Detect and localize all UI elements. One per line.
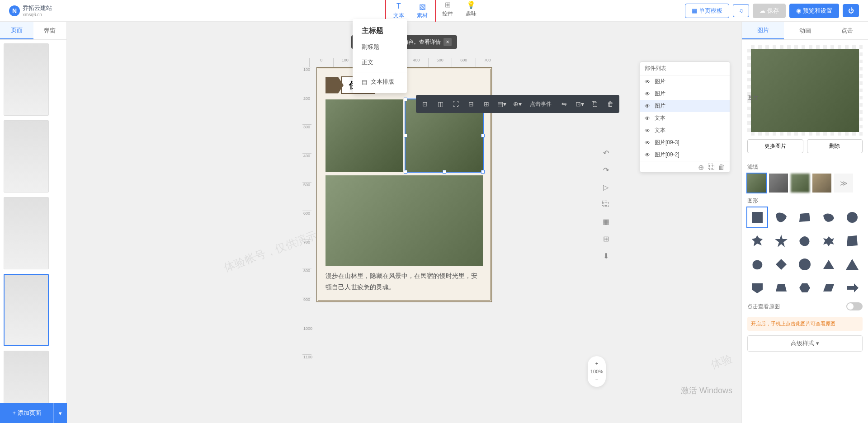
resize-handle[interactable]	[404, 134, 407, 137]
rp-tab-image[interactable]: 图片	[742, 22, 784, 39]
ft-fit-icon[interactable]: ⛶	[448, 97, 463, 111]
ft-layer-icon[interactable]: ▤▾	[495, 97, 509, 111]
delete-image-button[interactable]: 删除	[807, 139, 863, 153]
layers-icon[interactable]: ⿻	[601, 200, 610, 209]
shape-diamond[interactable]	[771, 254, 791, 274]
shape-splat2[interactable]	[771, 231, 791, 251]
shape-arrow[interactable]	[842, 278, 862, 298]
shape-trapezoid[interactable]	[771, 278, 791, 298]
add-page-button[interactable]: + 添加页面 ▾	[0, 403, 67, 423]
ft-flip-icon[interactable]: ⇋	[557, 97, 571, 111]
grid-icon[interactable]: ⊞	[601, 234, 610, 243]
shape-square[interactable]	[747, 207, 767, 227]
filter-option[interactable]	[747, 174, 766, 193]
logo[interactable]: N 乔拓云建站 xmsq6.cn	[9, 4, 52, 17]
zoom-in-icon[interactable]: +	[595, 361, 598, 366]
music-button[interactable]: ♫	[733, 4, 749, 17]
filter-option[interactable]	[791, 174, 810, 193]
eye-icon[interactable]: 👁	[645, 127, 651, 134]
cl-item[interactable]: 👁图片	[640, 75, 730, 88]
rp-tab-click[interactable]: 点击	[826, 22, 868, 39]
ft-crop-icon[interactable]: ⊡	[418, 97, 432, 111]
ft-click-event[interactable]: 点击事件	[525, 97, 556, 111]
tool-fun[interactable]: 💡 趣味	[459, 0, 483, 23]
filter-option[interactable]	[769, 174, 788, 193]
page-thumb-2[interactable]: 2	[4, 120, 63, 193]
dropdown-template[interactable]: ▤文本排版	[353, 74, 407, 89]
page-thumb-3[interactable]: 3	[4, 197, 63, 269]
shape-brush3[interactable]	[819, 207, 839, 227]
ft-copy-icon[interactable]: ⿻	[588, 97, 602, 111]
resize-handle[interactable]	[481, 170, 485, 174]
filter-option[interactable]	[812, 174, 831, 193]
filter-more-icon[interactable]: ≫	[834, 174, 853, 193]
canvas-body-text[interactable]: 漫步在山林里，隐藏在风景中，在民宿的慢时光里，安顿自己人世疲惫的灵魂。	[326, 270, 483, 293]
shape-circle2[interactable]	[795, 254, 815, 274]
resize-handle[interactable]	[404, 170, 407, 174]
ft-add-icon[interactable]: ⊕▾	[510, 97, 524, 111]
eye-icon[interactable]: 👁	[645, 91, 651, 97]
page-thumb-4[interactable]: 4 + ⿻ 🗑	[4, 274, 63, 346]
ft-crop2-icon[interactable]: ◫	[433, 97, 448, 111]
eye-icon[interactable]: 👁	[645, 152, 651, 158]
cl-item-selected[interactable]: 👁图片	[640, 100, 730, 112]
page-thumb-5[interactable]: 5	[4, 351, 63, 403]
play-icon[interactable]: ▷	[601, 183, 610, 192]
eye-icon[interactable]: 👁	[645, 140, 651, 146]
cl-item[interactable]: 👁文本	[640, 124, 730, 136]
dropdown-subheading[interactable]: 副标题	[353, 39, 407, 55]
eye-icon[interactable]: 👁	[645, 103, 651, 109]
redo-icon[interactable]: ↷	[601, 165, 610, 174]
tab-popups[interactable]: 弹窗	[33, 22, 67, 39]
cl-item[interactable]: 👁图片[09-3]	[640, 136, 730, 149]
shape-triangle2[interactable]	[842, 254, 862, 274]
film-icon[interactable]: ▦	[601, 217, 610, 226]
page-list[interactable]: 1 2 3 4 + ⿻ 🗑 5	[0, 40, 66, 403]
warning-close-icon[interactable]: ×	[443, 38, 452, 46]
canvas-image-1[interactable]	[326, 99, 403, 172]
cl-delete-icon[interactable]: 🗑	[718, 163, 725, 170]
tab-pages[interactable]: 页面	[0, 22, 33, 39]
shape-splat1[interactable]	[747, 231, 767, 251]
shape-rounded-blob[interactable]	[747, 254, 767, 274]
undo-icon[interactable]: ↶	[601, 148, 610, 157]
ft-delete-icon[interactable]: 🗑	[603, 97, 618, 111]
shape-blob[interactable]	[795, 231, 815, 251]
eye-icon[interactable]: 👁	[645, 79, 651, 85]
zoom-out-icon[interactable]: −	[595, 377, 598, 382]
view-original-toggle[interactable]	[846, 302, 863, 310]
dropdown-heading[interactable]: 主标题	[353, 23, 407, 39]
resize-handle[interactable]	[404, 98, 407, 101]
cl-add-icon[interactable]: ⊕	[698, 163, 705, 170]
shape-parallelogram[interactable]	[819, 278, 839, 298]
download-icon[interactable]: ⬇	[601, 251, 610, 260]
shape-pentagon-down[interactable]	[747, 278, 767, 298]
template-button[interactable]: ▦ 单页模板	[685, 4, 729, 18]
power-button[interactable]: ⏻	[843, 4, 859, 17]
eye-icon[interactable]: 👁	[645, 115, 651, 122]
ft-more-icon[interactable]: ⊡▾	[572, 97, 587, 111]
save-button[interactable]: ☁ 保存	[753, 4, 786, 18]
cl-item[interactable]: 👁文本	[640, 112, 730, 124]
shape-triangle[interactable]	[819, 254, 839, 274]
resize-handle[interactable]	[443, 170, 446, 174]
ft-align2-icon[interactable]: ⊞	[479, 97, 494, 111]
cl-item[interactable]: 👁图片[09-2]	[640, 149, 730, 161]
resize-handle[interactable]	[481, 134, 485, 137]
add-page-dropdown-icon[interactable]: ▾	[53, 403, 67, 423]
replace-image-button[interactable]: 更换图片	[747, 139, 803, 153]
shape-brush1[interactable]	[771, 207, 791, 227]
shape-circle[interactable]	[842, 207, 862, 227]
advanced-style-button[interactable]: 高级样式 ▾	[747, 335, 863, 352]
tool-text[interactable]: T 文本	[387, 0, 410, 21]
cl-item[interactable]: 👁图片	[640, 88, 730, 100]
cl-copy-icon[interactable]: ⿻	[708, 163, 715, 170]
dropdown-body[interactable]: 正文	[353, 55, 407, 70]
canvas-image-3[interactable]	[326, 175, 483, 266]
rp-tab-animation[interactable]: 动画	[784, 22, 826, 39]
shape-hexagon[interactable]	[795, 278, 815, 298]
shape-brush2[interactable]	[795, 207, 815, 227]
tool-widget[interactable]: ⊞ 控件	[436, 0, 459, 23]
page-thumb-1[interactable]: 1	[4, 43, 63, 116]
ft-align-icon[interactable]: ⊟	[464, 97, 478, 111]
